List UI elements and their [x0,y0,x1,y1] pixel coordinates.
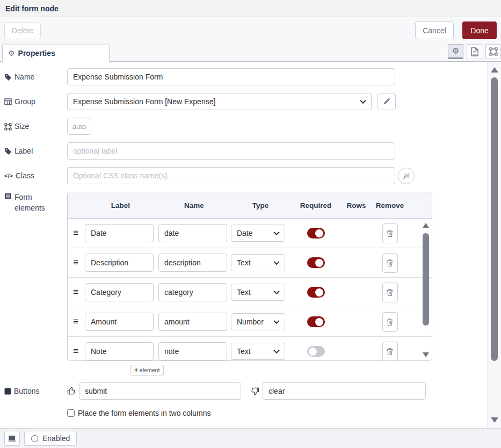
element-label-input[interactable] [85,254,154,272]
submit-button-text-input[interactable] [79,382,241,400]
node-appearance-button[interactable] [485,44,501,59]
element-name-input[interactable] [158,283,227,301]
drag-handle[interactable]: ≡ [68,257,84,268]
css-class-input[interactable] [67,167,395,184]
scroll-down-arrow[interactable] [423,352,429,357]
drag-handle[interactable]: ≡ [68,287,84,298]
scroll-up-arrow[interactable] [491,67,498,73]
dialog-title: Edit form node [5,4,59,13]
done-button[interactable]: Done [462,21,497,39]
class-label-group: </> Class [4,171,67,180]
required-toggle[interactable] [307,228,325,239]
remove-element-button[interactable] [382,223,398,243]
form-elements-label-group: Form elements [4,192,67,213]
col-header-rows: Rows [342,201,371,209]
class-row: </> Class ƒx [4,167,501,184]
element-label-input[interactable] [85,283,154,301]
remove-element-button[interactable] [382,312,398,332]
dialog-titlebar: Edit form node [0,0,501,17]
element-name-input[interactable] [158,224,227,242]
two-columns-label[interactable]: Place the form elements in two columns [78,409,210,417]
tab-properties[interactable]: ⚙ Properties [2,45,110,62]
name-label-group: Name [4,73,67,81]
tag-icon [4,74,12,81]
docs-button[interactable] [4,431,20,446]
drag-handle[interactable]: ≡ [68,228,84,239]
label-label: Label [14,147,33,155]
form-elements-row: Form elements Label Name Type Required R… [4,192,501,375]
elements-table-header: Label Name Type Required Rows Remove [68,192,432,219]
trash-icon [386,229,394,237]
table-grid-icon [4,98,12,105]
drag-handle[interactable]: ≡ [68,346,84,357]
size-auto-button[interactable]: auto [67,118,91,135]
form-list-icon [4,193,12,199]
scrollbar-thumb[interactable] [491,77,498,361]
gear-icon: ⚙ [452,46,459,56]
enabled-label: Enabled [42,434,70,443]
scroll-down-arrow[interactable] [491,417,498,423]
node-enabled-button[interactable]: Enabled [24,431,77,446]
buttons-row: Buttons [4,382,501,400]
label-label-group: Label [4,147,67,155]
element-label-input[interactable] [85,313,154,331]
elements-table-body: ≡ Date ≡ Text [68,219,432,360]
element-label-input[interactable] [85,342,154,360]
class-label: Class [16,171,34,180]
type-select-wrap: Date [231,225,285,242]
required-toggle[interactable] [307,257,325,268]
element-type-select[interactable]: Number [231,313,285,330]
enabled-status-icon [31,435,38,442]
element-type-select[interactable]: Date [231,225,285,242]
form-element-row: ≡ Text [68,248,432,278]
element-name-input[interactable] [158,342,227,360]
clear-button-text-input[interactable] [263,382,426,400]
element-label-input[interactable] [85,224,154,242]
required-toggle[interactable] [307,287,325,298]
remove-element-button[interactable] [382,283,398,302]
col-header-required: Required [290,201,342,209]
cancel-button[interactable]: Cancel [415,21,454,39]
buttons-label-group: Buttons [4,387,67,395]
panel-scrollbar[interactable] [487,62,501,428]
element-name-input[interactable] [158,313,227,331]
scrollbar-thumb[interactable] [423,233,429,326]
scroll-up-arrow[interactable] [423,223,429,228]
table-scrollbar[interactable] [422,221,430,358]
edit-group-button[interactable] [377,93,396,110]
required-toggle[interactable] [307,346,325,357]
name-input[interactable] [67,68,395,85]
optional-label-input[interactable] [67,142,395,160]
add-element-button[interactable]: +element [130,365,164,375]
node-description-button[interactable] [467,44,482,59]
form-element-row: ≡ Date [68,219,432,248]
form-element-row: ≡ Number [68,307,432,337]
col-header-remove: Remove [371,201,409,209]
dynamic-class-fx-button[interactable]: ƒx [398,168,415,184]
two-columns-checkbox[interactable] [67,409,75,417]
drag-handle[interactable]: ≡ [68,316,84,327]
node-properties-button[interactable]: ⚙ [448,44,463,59]
element-type-select[interactable]: Text [231,343,285,360]
delete-button[interactable]: Delete [4,22,41,39]
group-label-group: Group [4,97,67,106]
buttons-label: Buttons [14,387,39,395]
required-toggle[interactable] [307,316,325,327]
document-icon [470,47,478,56]
size-row: Size auto [4,118,501,135]
plus-icon: + [134,366,138,374]
tab-properties-label: Properties [18,49,55,57]
remove-element-button[interactable] [382,342,398,361]
element-type-select[interactable]: Text [231,284,285,301]
remove-element-button[interactable] [382,253,398,273]
trash-icon [386,318,394,326]
element-name-input[interactable] [158,254,227,272]
col-header-type: Type [231,201,290,209]
group-select[interactable]: Expense Submission Form [New Expense] [67,93,372,110]
thumbs-up-icon [67,387,76,395]
tab-bar: ⚙ Properties ⚙ [0,44,501,62]
element-type-select[interactable]: Text [231,254,285,271]
form-element-row: ≡ Text [68,337,432,360]
action-bar: Delete Cancel Done [0,17,501,44]
two-columns-row: Place the form elements in two columns [67,409,501,417]
